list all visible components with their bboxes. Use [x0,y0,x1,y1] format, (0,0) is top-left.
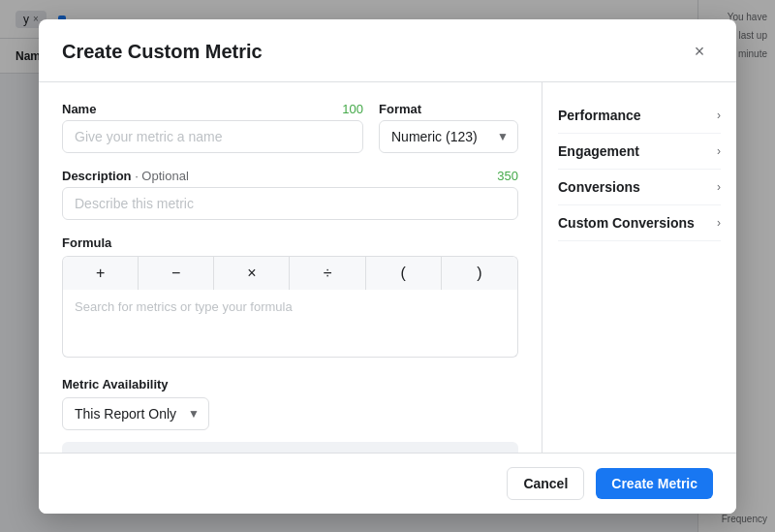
description-input[interactable] [62,187,518,220]
category-arrow-engagement: › [717,144,721,158]
category-label-custom-conversions: Custom Conversions [558,215,695,231]
name-label-row: Name 100 [62,102,363,116]
name-form-group: Name 100 [62,102,363,153]
category-item-engagement[interactable]: Engagement › [558,134,721,170]
left-panel: Name 100 Format Numeric (123) Percenta [39,82,542,453]
description-optional: · Optional [135,169,189,183]
category-label-conversions: Conversions [558,179,640,195]
formula-btn-minus[interactable]: − [139,257,214,290]
availability-select-wrapper: This Report Only All Reports ▼ [62,397,209,430]
format-select-wrapper: Numeric (123) Percentage (%) Currency ($… [379,120,518,153]
description-label-row: Description · Optional 350 [62,169,518,183]
formula-textarea[interactable] [62,290,518,358]
info-box: i When you build a custom metric, Facebo… [62,442,518,453]
availability-section: Metric Availability This Report Only All… [62,377,518,430]
category-item-custom-conversions[interactable]: Custom Conversions › [558,205,721,241]
description-char-count: 350 [497,169,518,183]
category-item-performance[interactable]: Performance › [558,98,721,134]
modal-overlay: Create Custom Metric × Name 100 [0,0,775,532]
formula-btn-close-paren[interactable]: ) [442,257,517,290]
right-panel: Performance › Engagement › Conversions ›… [542,82,736,453]
format-select[interactable]: Numeric (123) Percentage (%) Currency ($… [379,120,518,153]
category-arrow-conversions: › [717,180,721,194]
category-arrow-custom-conversions: › [717,216,721,230]
category-arrow-performance: › [717,109,721,122]
category-label-performance: Performance [558,108,641,123]
format-label: Format [379,102,518,116]
formula-btn-open-paren[interactable]: ( [366,257,442,290]
name-char-count: 100 [342,102,363,116]
formula-buttons-row: + − × ÷ ( ) [62,256,518,290]
formula-section: Formula + − × ÷ ( ) [62,235,518,361]
modal-header: Create Custom Metric × [39,19,736,82]
availability-select[interactable]: This Report Only All Reports [62,397,209,430]
formula-label: Formula [62,235,518,250]
modal-footer: Cancel Create Metric [39,453,736,514]
category-label-engagement: Engagement [558,143,639,159]
formula-btn-plus[interactable]: + [63,257,139,290]
name-input[interactable] [62,120,363,153]
create-metric-button[interactable]: Create Metric [596,468,713,499]
availability-label: Metric Availability [62,377,518,391]
modal-title: Create Custom Metric [62,41,263,63]
cancel-button[interactable]: Cancel [507,467,584,500]
modal-body: Name 100 Format Numeric (123) Percenta [39,82,736,453]
create-custom-metric-modal: Create Custom Metric × Name 100 [39,19,736,514]
formula-btn-divide[interactable]: ÷ [290,257,365,290]
description-label: Description · Optional [62,169,189,183]
name-format-row: Name 100 Format Numeric (123) Percenta [62,102,518,153]
name-label: Name [62,102,96,116]
category-item-conversions[interactable]: Conversions › [558,170,721,205]
format-form-group: Format Numeric (123) Percentage (%) Curr… [379,102,518,153]
modal-close-button[interactable]: × [686,39,713,66]
description-form-group: Description · Optional 350 [62,169,518,220]
formula-btn-multiply[interactable]: × [214,257,290,290]
